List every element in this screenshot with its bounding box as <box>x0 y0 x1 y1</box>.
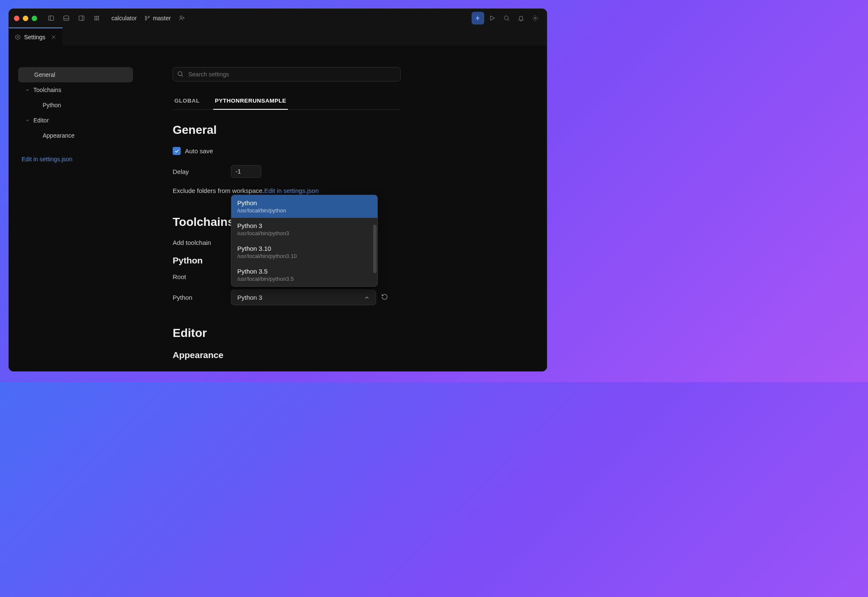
branch-indicator[interactable]: master <box>144 15 171 22</box>
git-branch-icon <box>144 15 150 21</box>
sidebar-item-general[interactable]: General <box>18 67 133 82</box>
dropdown-option-name: Python 3 <box>237 222 372 229</box>
svg-point-18 <box>180 16 182 18</box>
gear-icon[interactable] <box>529 12 542 24</box>
svg-point-16 <box>145 19 146 20</box>
search-input[interactable] <box>173 67 401 81</box>
auto-save-checkbox[interactable] <box>173 147 181 155</box>
section-title-editor: Editor <box>173 326 401 340</box>
search-icon[interactable] <box>500 12 513 24</box>
sidebar-item-label: Appearance <box>43 132 75 139</box>
content-area: General Toolchains Python Editor Appeara… <box>9 46 547 371</box>
svg-rect-0 <box>49 16 54 21</box>
svg-point-10 <box>96 18 97 19</box>
add-toolchain-label: Add toolchain <box>173 239 211 246</box>
minimize-window-button[interactable] <box>23 16 28 21</box>
chevron-down-icon <box>25 118 30 123</box>
settings-tab-icon <box>15 34 21 40</box>
project-name[interactable]: calculator <box>111 15 137 22</box>
dropdown-option-path: /usr/local/bin/python <box>237 207 372 214</box>
delay-input[interactable] <box>231 165 261 178</box>
svg-point-12 <box>95 19 95 20</box>
sidebar-item-label: Editor <box>33 117 49 124</box>
dropdown-item-python[interactable]: Python /usr/local/bin/python <box>231 195 377 218</box>
grid-icon[interactable] <box>90 12 103 24</box>
dropdown-option-path: /usr/local/bin/python3.10 <box>237 253 372 259</box>
sidebar-item-label: Toolchains <box>33 87 61 93</box>
sidebar-item-python[interactable]: Python <box>18 98 133 113</box>
chevron-down-icon <box>25 87 30 92</box>
dropdown-scrollbar[interactable] <box>373 225 377 273</box>
svg-point-26 <box>17 36 19 38</box>
scope-tabs: GLOBAL PYTHONRERUNSAMPLE <box>173 98 401 110</box>
svg-point-15 <box>145 16 146 17</box>
add-collaborator-icon[interactable] <box>179 15 185 22</box>
close-tab-icon[interactable] <box>51 34 57 40</box>
settings-main: GLOBAL PYTHONRERUNSAMPLE General Auto sa… <box>142 46 547 371</box>
traffic-lights <box>14 16 37 21</box>
bell-icon[interactable] <box>515 12 527 24</box>
branch-name: master <box>153 15 171 22</box>
svg-point-17 <box>148 16 149 17</box>
dropdown-item-python310[interactable]: Python 3.10 /usr/local/bin/python3.10 <box>231 241 377 263</box>
exclude-edit-link[interactable]: Edit in settings.json <box>264 187 319 194</box>
sidebar-item-appearance[interactable]: Appearance <box>18 128 133 143</box>
exclude-folders-text: Exclude folders from workspace. <box>173 187 264 194</box>
close-window-button[interactable] <box>14 16 19 21</box>
svg-point-29 <box>178 72 182 76</box>
section-title-general: General <box>173 123 401 137</box>
maximize-window-button[interactable] <box>32 16 37 21</box>
sidebar-item-toolchains[interactable]: Toolchains <box>18 82 133 98</box>
python-select-value: Python 3 <box>237 294 262 301</box>
auto-save-label: Auto save <box>185 147 213 155</box>
panel-right-icon[interactable] <box>75 12 88 24</box>
svg-point-24 <box>534 17 536 19</box>
dropdown-item-python35[interactable]: Python 3.5 /usr/local/bin/python3.5 <box>231 263 377 286</box>
python-select[interactable]: Python 3 <box>231 290 376 305</box>
python-label: Python <box>173 294 231 301</box>
tab-title: Settings <box>24 34 46 41</box>
scope-tab-project[interactable]: PYTHONRERUNSAMPLE <box>213 98 288 110</box>
search-icon <box>177 71 184 77</box>
dropdown-option-path: /usr/local/bin/python3 <box>237 230 372 236</box>
delay-label: Delay <box>173 168 231 175</box>
dropdown-option-name: Python 3.10 <box>237 245 372 252</box>
chevron-up-icon <box>364 295 370 301</box>
tab-settings[interactable]: Settings <box>9 27 62 46</box>
svg-rect-4 <box>79 16 84 21</box>
svg-marker-25 <box>16 35 20 40</box>
dropdown-option-name: Python <box>237 199 372 206</box>
svg-point-7 <box>96 16 97 17</box>
sidebar-item-editor[interactable]: Editor <box>18 113 133 128</box>
subsection-title-appearance: Appearance <box>173 350 401 360</box>
svg-rect-2 <box>64 16 69 21</box>
python-dropdown: Python /usr/local/bin/python Python 3 /u… <box>231 195 378 287</box>
app-window: calculator master Settings Ge <box>8 8 547 372</box>
svg-point-9 <box>95 18 95 19</box>
reset-icon[interactable] <box>381 293 388 301</box>
svg-point-14 <box>98 19 99 20</box>
root-label: Root <box>173 273 231 280</box>
dropdown-option-path: /usr/local/bin/python3.5 <box>237 276 372 282</box>
panel-bottom-icon[interactable] <box>60 12 73 24</box>
svg-point-6 <box>95 16 95 17</box>
svg-point-13 <box>96 19 97 20</box>
scope-tab-global[interactable]: GLOBAL <box>173 98 201 109</box>
settings-sidebar: General Toolchains Python Editor Appeara… <box>9 46 142 371</box>
titlebar: calculator master <box>9 9 547 27</box>
sidebar-item-label: Python <box>43 102 61 109</box>
svg-point-11 <box>98 18 99 19</box>
svg-marker-21 <box>491 16 494 21</box>
sidebar-item-label: General <box>34 71 55 78</box>
check-icon <box>174 149 179 154</box>
panel-left-icon[interactable] <box>45 12 57 24</box>
edit-settings-json-link[interactable]: Edit in settings.json <box>18 156 133 163</box>
svg-line-23 <box>508 19 509 21</box>
dropdown-item-python3[interactable]: Python 3 /usr/local/bin/python3 <box>231 218 377 241</box>
svg-point-22 <box>505 16 508 20</box>
play-icon[interactable] <box>486 12 499 24</box>
tabs-bar: Settings <box>9 27 547 46</box>
svg-point-8 <box>98 16 99 17</box>
dropdown-option-name: Python 3.5 <box>237 268 372 275</box>
bolt-icon[interactable] <box>472 12 484 24</box>
